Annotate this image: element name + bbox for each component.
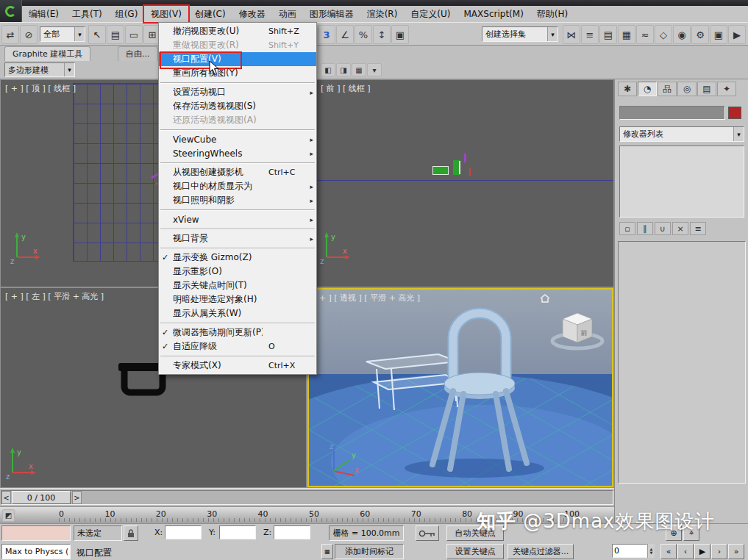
add-time-tag[interactable]: 添加时间标记	[335, 544, 404, 559]
menubar-item[interactable]: 编辑(E)	[22, 6, 65, 22]
menu-item[interactable]	[159, 320, 316, 326]
ribbon-quick-icon-3[interactable]: ▦	[352, 63, 366, 76]
graphite-ribbon-toggle-icon[interactable]: ▦	[618, 25, 635, 44]
menu-item[interactable]	[159, 80, 316, 85]
menubar-item[interactable]: MAXScript(M)	[457, 6, 530, 22]
tab-graphite-modeling[interactable]: Graphite 建模工具	[4, 46, 90, 61]
previous-frame-arrow[interactable]: <	[1, 491, 11, 504]
menubar-item[interactable]: 修改器	[232, 6, 272, 22]
menubar-item[interactable]: 工具(T)	[65, 6, 109, 22]
tab-hierarchy[interactable]: 品	[658, 82, 677, 96]
menu-item[interactable]: 重画所有视图(Y)	[159, 66, 316, 80]
menu-item[interactable]: 视口中的材质显示为 ▸	[159, 179, 316, 193]
menu-item[interactable]: ViewCube ▸	[159, 132, 316, 146]
time-slider-handle[interactable]: 0 / 100	[12, 491, 71, 504]
rectangular-selection-icon[interactable]: ▭	[125, 25, 143, 44]
rendered-frame-window-icon[interactable]: ▣	[710, 25, 727, 44]
render-setup-icon[interactable]: ⚙	[691, 25, 709, 44]
menu-item[interactable]: 视口背景 ▸	[159, 231, 316, 245]
play-animation-icon[interactable]: ▶	[694, 544, 710, 559]
remove-modifier-icon[interactable]: ×	[672, 222, 688, 235]
menubar-item[interactable]: 组(G)	[109, 6, 145, 22]
selection-lock-key-icon[interactable]	[416, 525, 439, 541]
spinner-snap-icon[interactable]: ↕	[373, 25, 391, 44]
menubar-item[interactable]: 渲染(R)	[360, 6, 405, 22]
selection-filter-dropdown[interactable]: 全部 ▾	[40, 26, 85, 42]
menu-item[interactable]: 明暗处理选定对象(H)	[159, 292, 316, 306]
menubar-item[interactable]: 视图(V)	[144, 6, 188, 22]
unlink-selection-icon[interactable]: ⊘	[20, 25, 38, 44]
menu-item[interactable]: xView ▸	[159, 212, 316, 226]
menu-item[interactable]: 重做视图更改(R) Shift+Y	[159, 38, 316, 52]
mini-curve-editor-icon[interactable]: ◩	[2, 509, 15, 522]
menu-item[interactable]	[159, 245, 316, 251]
ribbon-quick-icon-2[interactable]: ◨	[336, 63, 351, 76]
viewport-top-label[interactable]: [ + ] [ 顶 ] [ 线框 ]	[5, 83, 76, 94]
maxscript-mini-listener[interactable]: Max to Physcs (	[1, 544, 71, 559]
tab-motion[interactable]: ◎	[677, 82, 697, 96]
maxscript-mini-listener-pink[interactable]	[1, 525, 71, 541]
schematic-view-icon[interactable]: ◇	[655, 25, 672, 44]
current-frame-field[interactable]	[612, 544, 647, 558]
menu-item[interactable]: 保存活动透视视图(S)	[159, 99, 316, 113]
pin-stack-icon[interactable]: ▫	[619, 222, 635, 235]
menu-item[interactable]: 显示关键点时间(T)	[159, 279, 316, 292]
menu-item[interactable]	[159, 127, 316, 132]
menubar-item[interactable]: 动画	[272, 6, 303, 22]
chevron-down-icon[interactable]: ▾	[367, 63, 382, 76]
menu-item[interactable]: 显示重影(O)	[159, 265, 316, 279]
home-icon[interactable]	[540, 294, 550, 303]
viewcube[interactable]: 前	[550, 306, 605, 351]
tab-display[interactable]: ▤	[697, 82, 716, 96]
tab-create[interactable]: ✱	[618, 82, 637, 96]
select-object-icon[interactable]: ↖	[88, 25, 106, 44]
menubar-item[interactable]: 图形编辑器	[303, 6, 360, 22]
menubar-item[interactable]: 帮助(H)	[530, 6, 574, 22]
next-frame-icon[interactable]: ›	[711, 544, 727, 559]
x-coordinate-input[interactable]	[165, 525, 202, 539]
curve-editor-icon[interactable]: ≈	[636, 25, 654, 44]
polygon-modeling-dropdown[interactable]: 多边形建模 ▾	[4, 62, 75, 77]
viewport-front[interactable]: [ 前 ] [ 线框 ] y x z	[307, 80, 613, 287]
menu-item[interactable]: ✓ 自适应降级 O	[159, 340, 316, 353]
tab-freeform[interactable]: 自由...	[118, 46, 158, 61]
make-unique-icon[interactable]: ∪	[655, 222, 671, 235]
ribbon-quick-icon-1[interactable]: ◧	[321, 63, 335, 76]
previous-frame-icon[interactable]: ‹	[677, 544, 694, 559]
menubar-item[interactable]: 自定义(U)	[404, 6, 457, 22]
key-filters-button[interactable]: 关键点过滤器...	[507, 544, 574, 559]
menu-item[interactable]	[159, 353, 316, 359]
show-end-result-icon[interactable]: ∥	[637, 222, 653, 235]
menu-item[interactable]: 视口配置(V)	[159, 52, 316, 66]
select-by-name-icon[interactable]: ▤	[107, 25, 124, 44]
angle-snap-icon[interactable]: ∠	[336, 25, 354, 44]
viewport-perspective-active[interactable]: [ + ] [ 透视 ] [ 平滑 + 高光 ] 前 z y x	[307, 288, 613, 487]
object-name-field[interactable]	[619, 106, 725, 120]
menu-item[interactable]: ✓ 微调器拖动期间更新(P)	[159, 326, 316, 340]
set-key-button[interactable]: 设置关键点	[446, 544, 504, 559]
material-editor-icon[interactable]: ◉	[673, 25, 691, 44]
configure-modifier-sets-icon[interactable]: ≡	[690, 222, 706, 235]
named-selection-sets-dropdown[interactable]: 创建选择集 ▾	[482, 26, 558, 42]
time-tag-icon[interactable]: ▦	[321, 544, 333, 559]
rollout-area[interactable]	[618, 241, 746, 484]
tab-modify[interactable]: ◔	[638, 82, 657, 96]
viewport-front-label[interactable]: [ 前 ] [ 线框 ]	[321, 83, 371, 94]
menu-item[interactable]: ✓ 显示变换 Gizmo(Z)	[159, 251, 316, 265]
app-logo-icon[interactable]	[0, 0, 22, 22]
menu-item[interactable]: 视口照明和阴影 ▸	[159, 193, 316, 207]
modifier-list-dropdown[interactable]: 修改器列表 ▾	[619, 126, 744, 142]
menu-item[interactable]	[159, 207, 316, 212]
viewport-left-label[interactable]: [ + ] [ 左 ] [ 平滑 + 高光 ]	[5, 291, 104, 302]
object-color-swatch[interactable]	[728, 107, 741, 119]
menu-item[interactable]	[159, 226, 316, 231]
menu-item[interactable]: 从视图创建摄影机 Ctrl+C	[159, 165, 316, 179]
z-coordinate-input[interactable]	[274, 525, 310, 539]
mirror-icon[interactable]: ⋈	[563, 25, 580, 44]
frame-spinner[interactable]: ▲▼	[647, 544, 655, 558]
modifier-stack-list[interactable]	[619, 146, 744, 218]
tab-utilities[interactable]: ✦	[717, 82, 736, 96]
menu-item[interactable]	[159, 160, 316, 165]
next-frame-arrow[interactable]: >	[72, 491, 82, 504]
menubar-item[interactable]: 创建(C)	[188, 6, 232, 22]
